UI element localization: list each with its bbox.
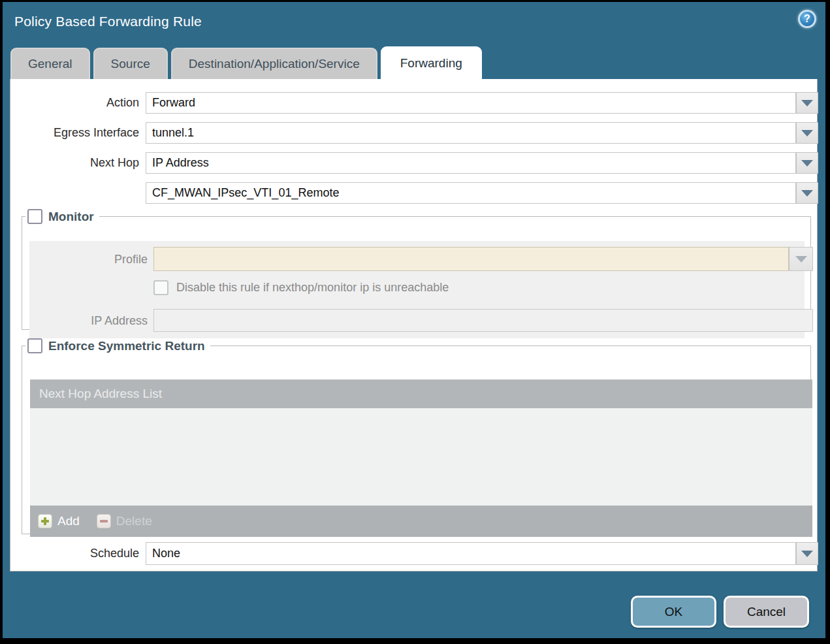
monitor-panel: Profile Disable this rule if nexthop/mon… bbox=[29, 241, 805, 338]
enforce-symmetric-return-legend: Enforce Symmetric Return bbox=[25, 338, 210, 353]
monitor-checkbox[interactable] bbox=[27, 209, 42, 224]
add-button[interactable]: Add bbox=[38, 514, 80, 528]
chevron-down-icon bbox=[795, 256, 807, 263]
disable-rule-checkbox bbox=[153, 280, 168, 295]
profile-label: Profile bbox=[29, 253, 148, 266]
chevron-down-icon bbox=[801, 190, 813, 197]
tab-source[interactable]: Source bbox=[93, 48, 168, 79]
dialog-title: Policy Based Forwarding Rule bbox=[14, 14, 202, 29]
monitor-ip-address-label: IP Address bbox=[29, 314, 148, 328]
profile-select bbox=[153, 247, 789, 271]
next-hop-address-dropdown-button[interactable] bbox=[796, 182, 818, 204]
monitor-legend: Monitor bbox=[25, 209, 99, 224]
next-hop-address-row: CF_MWAN_IPsec_VTI_01_Remote bbox=[10, 182, 817, 204]
next-hop-address-list-header: Next Hop Address List bbox=[30, 379, 812, 408]
monitor-section: Monitor Profile Disable this rule if nex… bbox=[22, 209, 811, 330]
action-dropdown-button[interactable] bbox=[796, 92, 818, 114]
chevron-down-icon bbox=[801, 100, 813, 106]
next-hop-dropdown-button[interactable] bbox=[796, 152, 818, 174]
egress-interface-row: Egress Interface tunnel.1 bbox=[10, 122, 817, 144]
egress-interface-select[interactable]: tunnel.1 bbox=[146, 122, 796, 144]
next-hop-address-list-body[interactable] bbox=[30, 408, 812, 506]
next-hop-address-select[interactable]: CF_MWAN_IPsec_VTI_01_Remote bbox=[146, 182, 796, 204]
monitor-title: Monitor bbox=[48, 210, 94, 224]
egress-interface-label: Egress Interface bbox=[10, 122, 139, 144]
tab-destination-application-service[interactable]: Destination/Application/Service bbox=[171, 48, 377, 79]
tab-general[interactable]: General bbox=[10, 48, 90, 79]
tab-forwarding[interactable]: Forwarding bbox=[381, 46, 482, 79]
ok-button[interactable]: OK bbox=[631, 596, 716, 628]
enforce-symmetric-return-checkbox[interactable] bbox=[27, 338, 42, 353]
disable-rule-label: Disable this rule if nexthop/monitor ip … bbox=[176, 281, 449, 295]
enforce-symmetric-return-section: Enforce Symmetric Return Next Hop Addres… bbox=[22, 338, 811, 534]
dialog-titlebar: Policy Based Forwarding Rule ? bbox=[3, 2, 825, 44]
cancel-button[interactable]: Cancel bbox=[724, 596, 809, 628]
schedule-label: Schedule bbox=[10, 542, 139, 565]
action-row: Action Forward bbox=[10, 92, 817, 114]
schedule-row: Schedule None bbox=[10, 542, 817, 565]
disable-rule-row: Disable this rule if nexthop/monitor ip … bbox=[153, 280, 449, 295]
chevron-down-icon bbox=[801, 130, 813, 137]
delete-button-label: Delete bbox=[116, 514, 152, 528]
add-button-label: Add bbox=[57, 514, 80, 528]
delete-button: Delete bbox=[97, 514, 152, 528]
schedule-dropdown-button[interactable] bbox=[796, 542, 818, 565]
schedule-select[interactable]: None bbox=[146, 542, 796, 565]
enforce-symmetric-return-title: Enforce Symmetric Return bbox=[48, 339, 205, 353]
next-hop-address-list-toolbar: Add Delete bbox=[30, 506, 812, 537]
next-hop-address-table: Next Hop Address List Add Delete bbox=[30, 379, 812, 537]
profile-dropdown-button bbox=[789, 247, 813, 271]
plus-icon bbox=[38, 514, 52, 528]
next-hop-label: Next Hop bbox=[10, 152, 139, 174]
monitor-ip-address-input bbox=[153, 309, 813, 332]
help-icon[interactable]: ? bbox=[798, 10, 816, 28]
forwarding-tab-panel: Action Forward Egress Interface tunnel.1… bbox=[10, 79, 818, 572]
action-label: Action bbox=[10, 92, 139, 114]
egress-interface-dropdown-button[interactable] bbox=[796, 122, 818, 144]
chevron-down-icon bbox=[801, 160, 813, 167]
next-hop-type-select[interactable]: IP Address bbox=[146, 152, 796, 174]
pbf-rule-dialog: Policy Based Forwarding Rule ? General S… bbox=[3, 2, 825, 638]
action-select[interactable]: Forward bbox=[146, 92, 796, 114]
tab-bar: General Source Destination/Application/S… bbox=[10, 46, 482, 79]
chevron-down-icon bbox=[801, 551, 813, 557]
minus-icon bbox=[97, 514, 111, 528]
next-hop-row: Next Hop IP Address bbox=[10, 152, 817, 174]
